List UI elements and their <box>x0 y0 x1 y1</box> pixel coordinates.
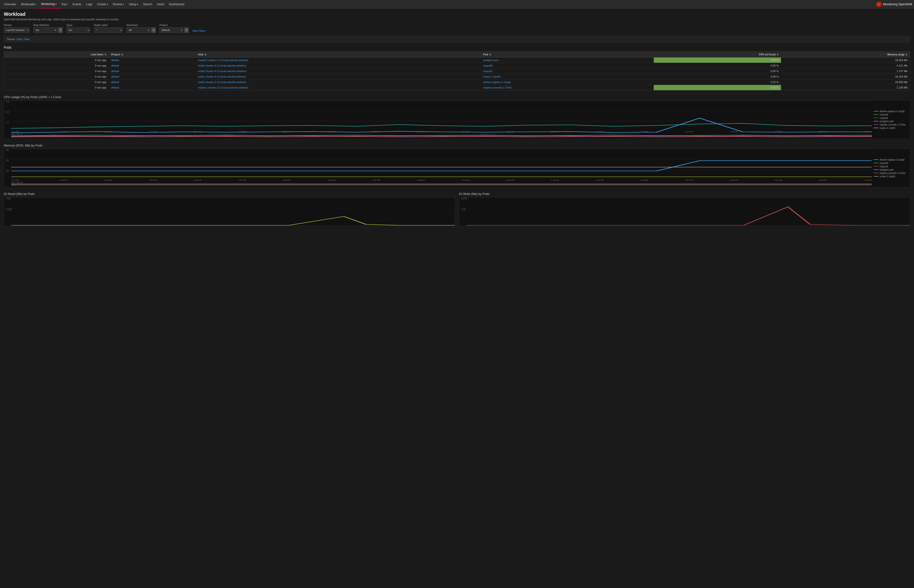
project-select[interactable]: default <box>160 27 183 33</box>
legend-item: docker-registry-1-szcg6 <box>874 158 908 161</box>
nav-item-overview[interactable]: Overview <box>2 0 19 8</box>
filter-period: Period Last 60 minutes <box>4 24 30 33</box>
nav-item-search[interactable]: Search <box>141 0 154 8</box>
io-write-section: IO Write (Mb) by Pods 0.0750.05 <box>459 192 910 226</box>
col-cpu[interactable]: CPU (of host) ⇕ <box>654 52 781 58</box>
cpu-chart-section: CPU usage (%) by Pods (100% = 1 Core) 0.… <box>4 95 910 139</box>
col-host[interactable]: host ⇕ <box>196 52 481 58</box>
table-row: 0 min ago default node2.cluster-3-11.loc… <box>4 63 910 68</box>
pods-section: Pods Last Seen ⇕ Project ⇕ host ⇕ Pod ⇕ … <box>4 45 910 90</box>
legend-item: router-1-1qzhh <box>874 175 908 178</box>
pods-table: Last Seen ⇕ Project ⇕ host ⇕ Pod ⇕ CPU (… <box>4 52 910 90</box>
legend-item: registry-console-1-72vhc <box>874 123 908 126</box>
cluster-arrow-icon: ▾ <box>107 3 108 5</box>
legend-item: registry-console-1-72vhc <box>874 172 908 174</box>
nav-bar: Overview Workloads ▾ Monitoring ▾ Top ▾ … <box>0 0 914 8</box>
memory-chart-title: Memory (RSS, Mb) by Pods <box>4 144 910 147</box>
nav-item-workloads[interactable]: Workloads ▾ <box>19 0 39 8</box>
autorefresh-select[interactable]: 1m <box>34 27 57 33</box>
nav-item-setup[interactable]: Setup ▾ <box>126 0 141 8</box>
legend-item: postgres-pod <box>874 168 908 171</box>
review-arrow-icon: ▾ <box>123 3 124 5</box>
io-read-title: IO Read (Mb) by Pods <box>4 192 455 195</box>
span-select[interactable]: 1m <box>66 27 90 33</box>
table-row: 0 min ago default master1.cluster-3-11.l… <box>4 85 910 90</box>
filter-span: Span 1m <box>66 24 90 33</box>
filter-nodelabel: Node Label * <box>94 24 123 33</box>
io-write-title: IO Write (Mb) by Pods <box>459 192 910 195</box>
legend-item: docker-registry-1-szcg6 <box>874 110 908 113</box>
top-arrow-icon: ▾ <box>66 3 68 5</box>
memory-chart-area: 604020 <box>4 149 872 187</box>
memory-x-axis: 1:42 PMMon Feb 182019 1:45 PM1:48 PM1:51… <box>11 178 872 187</box>
cpu-chart-container: 0.30.20.1 <box>4 100 910 139</box>
brand-icon: ○ <box>876 2 882 7</box>
page-title: Workload <box>4 11 910 17</box>
legend-item: mypod0 <box>874 162 908 165</box>
memory-chart-section: Memory (RSS, Mb) by Pods 604020 <box>4 144 910 187</box>
nav-item-alerts[interactable]: Alerts <box>154 0 167 8</box>
nav-item-logs[interactable]: Logs <box>84 0 95 8</box>
workloads-arrow-icon: ▾ <box>35 3 36 5</box>
setup-arrow-icon: ▾ <box>137 3 138 5</box>
brand: ○ Monitoring OpenShift <box>876 2 912 7</box>
col-pod[interactable]: Pod ⇕ <box>481 52 654 58</box>
nav-item-events[interactable]: Events <box>70 0 84 8</box>
table-row: 0 min ago default master2.cluster-3-11.l… <box>4 58 910 63</box>
page-subtitle: OpenShift Workload Monitoring and Logs. … <box>4 18 910 21</box>
theme-light-link[interactable]: Light <box>16 38 22 40</box>
nodelabel-select[interactable]: * <box>94 27 123 33</box>
io-write-svg <box>466 197 910 226</box>
cpu-chart-area: 0.30.20.1 <box>4 100 872 139</box>
period-select-wrap: Last 60 minutes <box>4 27 30 33</box>
workload-clear-button[interactable]: ✕ <box>151 27 156 33</box>
io-write-container: 0.0750.05 <box>459 197 910 226</box>
nav-item-review[interactable]: Review ▾ <box>110 0 126 8</box>
autorefresh-clear-button[interactable]: ✕ <box>58 27 63 33</box>
col-project[interactable]: Project ⇕ <box>109 52 196 58</box>
nav-item-monitoring[interactable]: Monitoring ▾ <box>39 0 59 8</box>
col-lastseen[interactable]: Last Seen ⇕ <box>4 52 109 58</box>
table-row: 0 min ago default node1.cluster-3-11.loc… <box>4 74 910 79</box>
io-write-chart-area: 0.0750.05 <box>459 197 910 226</box>
period-select[interactable]: Last 60 minutes <box>4 27 30 33</box>
workload-select[interactable]: All <box>126 27 150 33</box>
cpu-chart-legend: docker-registry-1-szcg6mypod0mypod1postg… <box>872 100 910 139</box>
theme-dark-link[interactable]: Dark <box>24 38 29 40</box>
col-memory[interactable]: Memory (avg) ⇕ <box>781 52 910 58</box>
cpu-x-axis: 1:42 PMMon Feb 182019 1:45 PM1:48 PM1:51… <box>11 129 872 139</box>
memory-y-axis: 604020 <box>6 149 9 180</box>
io-read-chart-area: 0.020.015 <box>4 197 455 226</box>
pods-table-wrap: Last Seen ⇕ Project ⇕ host ⇕ Pod ⇕ CPU (… <box>4 51 910 90</box>
pods-title: Pods <box>4 45 910 49</box>
project-clear-button[interactable]: ✕ <box>184 27 189 33</box>
monitoring-arrow-icon: ▾ <box>55 3 57 5</box>
nav-item-top[interactable]: Top ▾ <box>59 0 70 8</box>
filter-workload: Workload All ✕ <box>126 24 156 33</box>
filter-project: Project default ✕ <box>160 24 189 33</box>
io-read-svg <box>11 197 455 226</box>
cpu-y-axis: 0.30.20.1 <box>6 100 9 131</box>
hide-filters-link[interactable]: Hide Filters <box>193 29 206 32</box>
legend-item: router-1-1qzhh <box>874 127 908 129</box>
memory-chart-legend: docker-registry-1-szcg6mypod0mypod1postg… <box>872 149 910 187</box>
table-row: 0 min ago default node2.cluster-3-11.loc… <box>4 68 910 74</box>
nav-item-cluster[interactable]: Cluster ▾ <box>95 0 110 8</box>
io-row: IO Read (Mb) by Pods 0.020.015 <box>4 192 910 231</box>
io-read-container: 0.020.015 <box>4 197 455 226</box>
legend-item: mypod0 <box>874 113 908 116</box>
filters-row: Period Last 60 minutes Auto-Refresh 1m ✕… <box>4 24 910 33</box>
filter-autorefresh: Auto-Refresh 1m ✕ <box>34 24 63 33</box>
memory-chart-container: 604020 <box>4 149 910 187</box>
page-content: Workload OpenShift Workload Monitoring a… <box>0 8 914 233</box>
legend-item: mypod1 <box>874 165 908 168</box>
cpu-chart-title: CPU usage (%) by Pods (100% = 1 Core) <box>4 95 910 99</box>
io-read-section: IO Read (Mb) by Pods 0.020.015 <box>4 192 455 226</box>
legend-item: mypod1 <box>874 117 908 119</box>
nav-item-dashboards[interactable]: Dashboards <box>167 0 187 8</box>
table-row: 0 min ago default node1.cluster-3-11.loc… <box>4 79 910 85</box>
theme-bar: Theme: Light | Dark <box>4 36 910 42</box>
legend-item: postgres-pod <box>874 120 908 123</box>
